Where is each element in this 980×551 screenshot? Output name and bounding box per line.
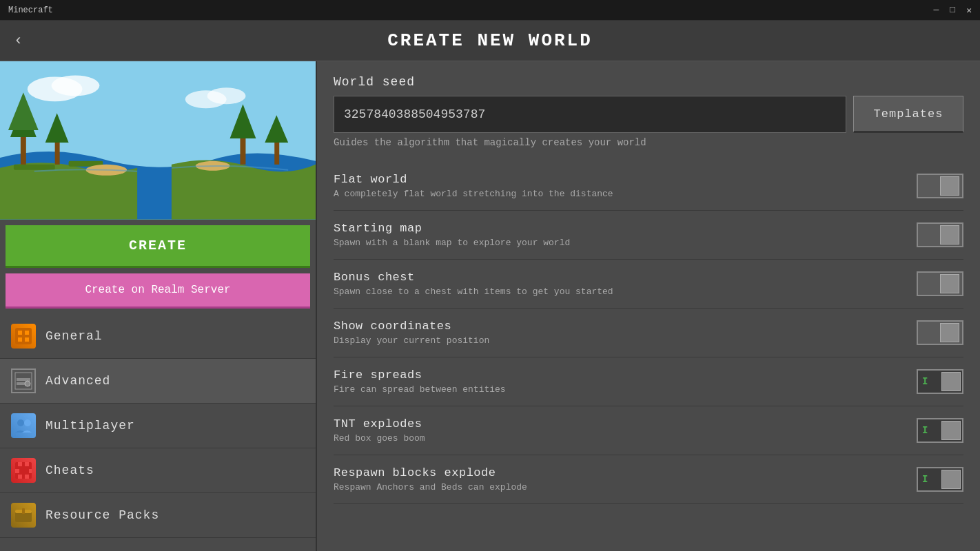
templates-button[interactable]: Templates <box>853 96 963 133</box>
app-container: ‹ CREATE NEW WORLD <box>0 21 980 551</box>
respawn-blocks-toggle[interactable]: I <box>917 467 963 492</box>
multiplayer-icon <box>11 413 36 438</box>
realm-button[interactable]: Create on Realm Server <box>6 273 310 309</box>
svg-rect-31 <box>25 462 29 466</box>
world-seed-input[interactable] <box>334 96 846 133</box>
svg-rect-32 <box>15 469 19 473</box>
svg-rect-38 <box>22 508 25 514</box>
fire-spreads-title: Fire spreads <box>334 368 917 382</box>
show-coordinates-desc: Display your current position <box>334 335 917 346</box>
svg-rect-18 <box>15 328 32 344</box>
svg-point-27 <box>17 419 24 426</box>
show-coordinates-thumb <box>940 323 959 342</box>
show-coordinates-title: Show coordinates <box>334 320 917 333</box>
svg-rect-21 <box>18 337 22 342</box>
svg-point-28 <box>24 419 31 426</box>
world-seed-label: World seed <box>334 75 963 89</box>
bonus-chest-desc: Spawn close to a chest with items to get… <box>334 287 917 297</box>
create-button[interactable]: CREATE <box>6 225 310 268</box>
settings-list: Flat world A completely flat world stret… <box>334 162 963 504</box>
svg-point-2 <box>52 75 100 96</box>
svg-rect-30 <box>18 462 22 466</box>
svg-rect-35 <box>25 475 29 479</box>
fire-spreads-desc: Fire can spread between entities <box>334 384 917 395</box>
general-label: General <box>45 329 103 343</box>
cheats-icon <box>11 458 36 483</box>
sidebar-item-general[interactable]: General <box>0 314 316 359</box>
setting-fire-spreads: Fire spreads Fire can spread between ent… <box>334 357 963 406</box>
cheats-label: Cheats <box>45 464 94 477</box>
tnt-explodes-toggle[interactable]: I <box>917 418 963 443</box>
multiplayer-label: Multiplayer <box>45 419 135 433</box>
svg-point-4 <box>207 87 246 104</box>
tnt-explodes-thumb <box>941 421 961 440</box>
fire-spreads-info: Fire spreads Fire can spread between ent… <box>334 368 917 395</box>
svg-point-26 <box>25 381 30 386</box>
show-coordinates-toggle[interactable] <box>917 320 963 345</box>
page-title: CREATE NEW WORLD <box>387 30 593 51</box>
svg-rect-33 <box>29 469 32 473</box>
respawn-blocks-on-label: I <box>918 474 928 485</box>
sidebar-item-advanced[interactable]: Advanced <box>0 359 316 404</box>
flat-world-toggle[interactable] <box>917 174 963 198</box>
flat-world-info: Flat world A completely flat world stret… <box>334 173 917 199</box>
fire-spreads-toggle[interactable]: I <box>917 369 963 394</box>
back-button[interactable]: ‹ <box>14 32 23 50</box>
world-seed-section: World seed Templates Guides the algorith… <box>334 75 963 148</box>
seed-row: Templates <box>334 96 963 133</box>
close-button[interactable]: ✕ <box>966 5 972 16</box>
header: ‹ CREATE NEW WORLD <box>0 21 980 61</box>
svg-rect-20 <box>25 331 29 335</box>
tnt-explodes-info: TNT explodes Red box goes boom <box>334 417 917 444</box>
window-controls[interactable]: — □ ✕ <box>934 5 972 16</box>
fire-spreads-thumb <box>941 372 961 391</box>
tnt-explodes-on-label: I <box>918 425 928 436</box>
bonus-chest-title: Bonus chest <box>334 271 917 284</box>
advanced-icon <box>11 368 36 393</box>
setting-respawn-blocks-explode: Respawn blocks explode Respawn Anchors a… <box>334 455 963 504</box>
bonus-chest-info: Bonus chest Spawn close to a chest with … <box>334 271 917 297</box>
svg-rect-34 <box>18 475 22 479</box>
fire-spreads-on-label: I <box>918 376 928 387</box>
sidebar-item-multiplayer[interactable]: Multiplayer <box>0 404 316 448</box>
svg-rect-5 <box>14 165 55 170</box>
minimize-button[interactable]: — <box>934 5 939 16</box>
setting-bonus-chest: Bonus chest Spawn close to a chest with … <box>334 260 963 309</box>
left-panel: CREATE Create on Realm Server General <box>0 61 317 551</box>
respawn-blocks-thumb <box>941 470 961 489</box>
advanced-label: Advanced <box>45 374 110 388</box>
svg-rect-19 <box>18 331 22 335</box>
app-name: Minecraft <box>8 6 53 15</box>
svg-rect-24 <box>17 378 30 381</box>
setting-flat-world: Flat world A completely flat world stret… <box>334 162 963 211</box>
setting-show-coordinates: Show coordinates Display your current po… <box>334 309 963 357</box>
body: CREATE Create on Realm Server General <box>0 61 980 551</box>
respawn-blocks-title: Respawn blocks explode <box>334 466 917 479</box>
starting-map-toggle[interactable] <box>917 222 963 247</box>
bonus-chest-thumb <box>940 274 959 293</box>
sidebar-item-cheats[interactable]: Cheats <box>0 448 316 493</box>
respawn-blocks-info: Respawn blocks explode Respawn Anchors a… <box>334 466 917 492</box>
general-icon <box>11 324 36 349</box>
flat-world-title: Flat world <box>334 173 917 186</box>
setting-tnt-explodes: TNT explodes Red box goes boom I <box>334 406 963 455</box>
starting-map-title: Starting map <box>334 222 917 235</box>
sidebar-item-resource-packs[interactable]: Resource Packs <box>0 493 316 538</box>
resource-packs-icon <box>11 503 36 528</box>
tnt-explodes-desc: Red box goes boom <box>334 433 917 444</box>
svg-rect-25 <box>17 382 25 385</box>
bonus-chest-toggle[interactable] <box>917 271 963 296</box>
starting-map-thumb <box>940 225 959 245</box>
resource-packs-label: Resource Packs <box>45 508 159 522</box>
setting-starting-map: Starting map Spawn with a blank map to e… <box>334 211 963 260</box>
flat-world-desc: A completely flat world stretching into … <box>334 189 917 199</box>
flat-world-thumb <box>940 176 959 196</box>
seed-description: Guides the algorithm that magically crea… <box>334 137 963 148</box>
world-preview <box>0 61 316 220</box>
right-panel: World seed Templates Guides the algorith… <box>317 61 980 551</box>
show-coordinates-info: Show coordinates Display your current po… <box>334 320 917 346</box>
tnt-explodes-title: TNT explodes <box>334 417 917 430</box>
title-bar: Minecraft — □ ✕ <box>0 0 980 21</box>
maximize-button[interactable]: □ <box>950 5 955 16</box>
respawn-blocks-desc: Respawn Anchors and Beds can explode <box>334 482 917 492</box>
